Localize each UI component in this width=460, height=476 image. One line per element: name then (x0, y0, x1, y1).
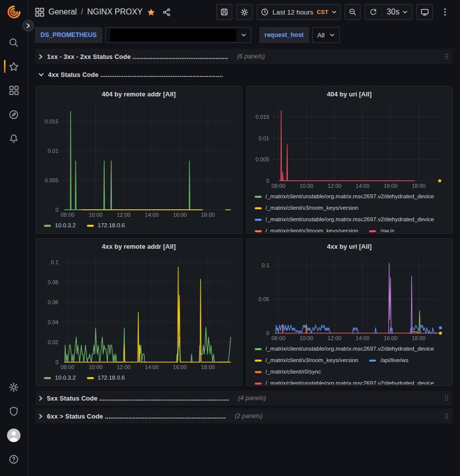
header-actions: Last 12 hours CST (216, 4, 453, 20)
legend-label: /api/live/ws (380, 355, 408, 366)
svg-text:0.08: 0.08 (48, 279, 58, 285)
row-header-4xx[interactable]: 4xx Status Code ........................… (35, 67, 453, 82)
row-drag-handle[interactable] (445, 53, 449, 59)
legend-label: /_matrix/client/v3/room_keys/version (266, 202, 359, 214)
svg-text:12:00: 12:00 (327, 335, 341, 341)
legend-item[interactable]: /_matrix/client/unstable/org.matrix.msc2… (255, 214, 435, 225)
legend-label: /_matrix/client/unstable/org.matrix.msc2… (266, 343, 435, 355)
legend-swatch (255, 348, 262, 350)
panel-title[interactable]: 4xx by uri [All] (252, 241, 448, 253)
svg-text:0.02: 0.02 (48, 339, 58, 345)
legend-item[interactable]: 10.0.3.2 (44, 220, 76, 231)
row-header-1xx-3xx-2xx[interactable]: 1xx - 3xx - 2xx Status Code ............… (35, 49, 453, 64)
panel-4xx-by-uri: 4xx by uri [All] 08:0010:0012:0014:0016:… (246, 238, 453, 386)
panel-row-4xx: 4xx by remote addr [All] 08:0010:0012:00… (35, 238, 453, 386)
sidebar-item-help[interactable] (0, 447, 28, 471)
svg-text:0.01: 0.01 (48, 148, 58, 154)
legend-item[interactable]: 172.18.0.6 (87, 220, 125, 231)
svg-text:14:00: 14:00 (356, 335, 370, 341)
save-dashboard-button[interactable] (216, 4, 232, 20)
legend-label: /_matrix/client/unstable/org.matrix.msc2… (266, 214, 435, 225)
row-title: 1xx - 3xx - 2xx Status Code ............… (47, 53, 228, 60)
search-icon (8, 37, 19, 48)
clock-icon (261, 8, 269, 16)
svg-text:0.06: 0.06 (48, 299, 58, 305)
svg-text:10:00: 10:00 (89, 364, 103, 370)
legend-item[interactable]: /_matrix/client/unstable/org.matrix.msc2… (255, 378, 435, 385)
share-dashboard-button[interactable] (162, 8, 171, 16)
panel-title[interactable]: 4xx by remote addr [All] (41, 241, 237, 253)
legend-swatch (369, 360, 376, 362)
panel-4xx-by-remote-addr: 4xx by remote addr [All] 08:0010:0012:00… (35, 238, 242, 386)
timeseries-chart[interactable]: 08:0010:0012:0014:0016:0018:0000.050.1 (252, 253, 448, 343)
legend-label: /_matrix/client/unstable/org.matrix.msc2… (266, 378, 435, 385)
svg-text:0.04: 0.04 (48, 319, 58, 325)
zoom-out-icon (349, 8, 357, 16)
legend-item[interactable]: /_matrix/client/v3/room_keys/version (255, 355, 359, 366)
panel-title[interactable]: 404 by uri [All] (252, 89, 448, 101)
legend-item[interactable]: /_matrix/client/v3/room_keys/version (255, 225, 359, 232)
svg-text:12:00: 12:00 (117, 212, 131, 218)
legend-item[interactable]: /_matrix/client/r0/sync (255, 366, 321, 378)
sidebar-item-explore[interactable] (0, 102, 28, 126)
request-host-picker[interactable]: All (312, 27, 340, 43)
refresh-icon (370, 8, 377, 16)
legend-item[interactable]: 10.0.3.2 (44, 372, 76, 384)
chevron-right-icon (38, 396, 43, 401)
refresh-dashboard-button[interactable] (365, 4, 382, 19)
sidebar-item-search[interactable] (0, 30, 28, 54)
refresh-interval-picker[interactable]: 30s (382, 4, 412, 19)
apps-grid-icon[interactable] (35, 7, 44, 17)
timeseries-chart[interactable]: 08:0010:0012:0014:0016:0018:0000.0050.01… (41, 101, 237, 219)
explore-compass-icon (8, 109, 19, 120)
row-header-6xx[interactable]: 6xx > Status Code ......................… (35, 409, 453, 424)
sidebar-item-alerting[interactable] (0, 126, 28, 150)
avatar (7, 429, 20, 442)
legend-label: 172.18.0.6 (98, 372, 125, 384)
row-drag-handle[interactable] (445, 395, 449, 401)
legend-label: /_matrix/client/v3/room_keys/version (266, 355, 359, 366)
legend-item[interactable]: /_matrix/client/v3/room_keys/version (255, 202, 359, 214)
sidebar-expand-button[interactable] (22, 20, 34, 31)
legend-swatch (255, 360, 262, 362)
timeseries-chart[interactable]: 08:0010:0012:0014:0016:0018:0000.020.040… (41, 253, 237, 372)
sidebar-item-dashboards[interactable] (0, 78, 28, 102)
more-options-button[interactable] (437, 4, 453, 20)
datasource-picker[interactable] (105, 27, 251, 43)
breadcrumb-section[interactable]: General (48, 7, 77, 16)
sidebar-item-profile[interactable] (0, 423, 28, 447)
panel-title[interactable]: 404 by remote addr [All] (41, 89, 237, 101)
row-panel-count: (6 panels) (237, 53, 265, 60)
legend-item[interactable]: 172.18.0.6 (87, 372, 125, 384)
sidebar-item-configuration[interactable] (0, 375, 28, 399)
row-drag-handle[interactable] (445, 413, 449, 419)
sidebar-item-starred[interactable] (0, 54, 28, 78)
legend-item[interactable]: /sw.js (369, 225, 394, 232)
legend-label: /sw.js (380, 225, 394, 232)
svg-text:12:00: 12:00 (327, 183, 341, 189)
timeseries-chart[interactable]: 08:0010:0012:0014:0016:0018:0000.0050.01… (252, 101, 448, 190)
svg-text:16:00: 16:00 (384, 335, 398, 341)
zoom-out-time-button[interactable] (345, 4, 361, 20)
cycle-view-mode-button[interactable] (417, 4, 433, 20)
dashboard-settings-button[interactable] (236, 4, 253, 20)
svg-text:10:00: 10:00 (89, 212, 103, 218)
settings-gear-icon (8, 382, 19, 393)
help-icon (8, 454, 19, 465)
legend-item[interactable]: /_matrix/client/unstable/org.matrix.msc2… (255, 191, 435, 202)
variable-label-request-host: request_host (259, 27, 310, 43)
shield-icon (8, 406, 19, 417)
legend-item[interactable]: /api/live/ws (369, 355, 408, 366)
sidebar-item-admin[interactable] (0, 399, 28, 423)
row-panel-count: (4 panels) (238, 395, 266, 402)
legend-item[interactable]: /_matrix/client/unstable/org.matrix.msc2… (255, 343, 435, 355)
svg-text:14:00: 14:00 (356, 183, 370, 189)
svg-text:0: 0 (266, 330, 269, 336)
variable-label-ds-prometheus: DS_PROMETHEUS (35, 27, 102, 43)
row-header-5xx[interactable]: 5xx Status Code ........................… (35, 391, 453, 406)
favorite-star-button[interactable] (147, 8, 155, 16)
dashboard-canvas: 1xx - 3xx - 2xx Status Code ............… (28, 47, 460, 476)
svg-text:0.005: 0.005 (255, 156, 269, 162)
grafana-logo[interactable] (6, 4, 21, 19)
time-range-picker[interactable]: Last 12 hours CST (257, 4, 341, 20)
